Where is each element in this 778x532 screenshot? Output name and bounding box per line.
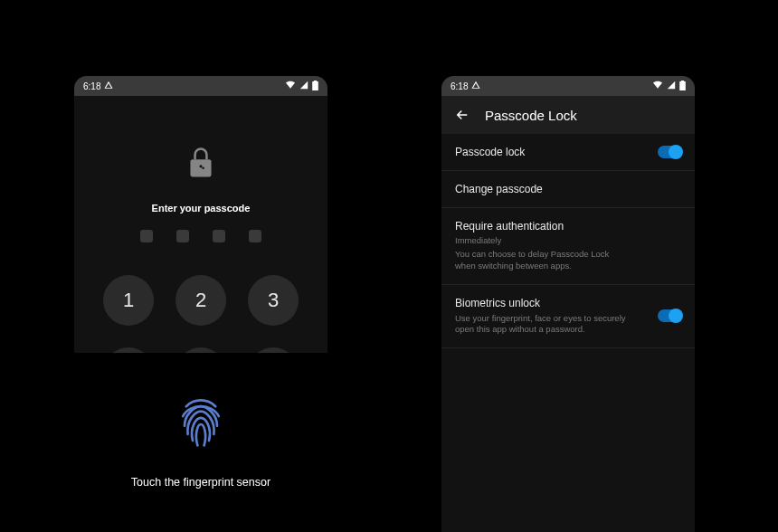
toggle-biometrics[interactable]	[658, 309, 681, 322]
row-passcode-lock[interactable]: Passcode lock	[441, 134, 695, 171]
svg-rect-1	[314, 81, 317, 81]
row-change-passcode[interactable]: Change passcode	[441, 171, 695, 208]
header: Passcode Lock	[441, 96, 695, 134]
toggle-passcode-lock[interactable]	[658, 146, 681, 158]
keypad-1[interactable]: 1	[103, 275, 154, 326]
svg-rect-6	[681, 81, 684, 81]
fingerprint-prompt: Touch the fingerprint sensor	[131, 476, 270, 489]
settings-list: Passcode lock Change passcode Require au…	[441, 134, 695, 348]
keypad-3[interactable]: 3	[248, 275, 299, 326]
status-bar: 6:18	[441, 76, 695, 96]
svg-point-4	[202, 167, 204, 170]
row-value: Immediately	[455, 235, 681, 245]
wifi-icon	[285, 81, 296, 91]
passcode-dot	[249, 230, 261, 242]
battery-icon	[312, 81, 318, 92]
row-label: Require authentication	[455, 220, 681, 233]
passcode-dot	[140, 230, 153, 242]
signal-icon	[667, 81, 676, 91]
status-bar: 6:18	[74, 76, 327, 96]
passcode-prompt: Enter your passcode	[152, 203, 251, 214]
warning-icon	[471, 81, 480, 91]
signal-icon	[299, 81, 308, 91]
status-time: 6:18	[451, 81, 468, 91]
lock-content: Enter your passcode 1 2 3 4 5 6	[74, 96, 327, 532]
status-time: 6:18	[83, 81, 100, 91]
passcode-dot	[213, 230, 225, 242]
svg-rect-5	[679, 81, 686, 90]
fingerprint-icon[interactable]	[176, 396, 225, 452]
row-label: Biometrics unlock	[455, 297, 658, 309]
row-label: Change passcode	[455, 183, 681, 195]
keypad-2[interactable]: 2	[176, 275, 226, 326]
page-title: Passcode Lock	[485, 108, 577, 123]
svg-rect-0	[312, 81, 318, 90]
row-label: Passcode lock	[455, 146, 658, 158]
fingerprint-sheet: Touch the fingerprint sensor	[74, 353, 327, 532]
phone-lock-screen: 6:18 Enter your passcode	[74, 76, 327, 532]
row-biometrics[interactable]: Biometrics unlock Use your fingerprint, …	[441, 285, 695, 349]
wifi-icon	[652, 81, 663, 91]
row-sub: You can choose to delay Passcode Lock wh…	[455, 249, 627, 272]
row-require-auth[interactable]: Require authentication Immediately You c…	[441, 208, 695, 285]
row-sub: Use your fingerprint, face or eyes to se…	[455, 313, 627, 337]
phone-settings-screen: 6:18 Passcode Lock Passcode lock Change …	[441, 76, 695, 532]
passcode-dot	[176, 230, 189, 242]
battery-icon	[679, 81, 686, 92]
passcode-dots	[140, 230, 261, 242]
lock-icon	[186, 147, 215, 179]
back-arrow-icon[interactable]	[454, 107, 470, 123]
warning-icon	[104, 81, 113, 91]
